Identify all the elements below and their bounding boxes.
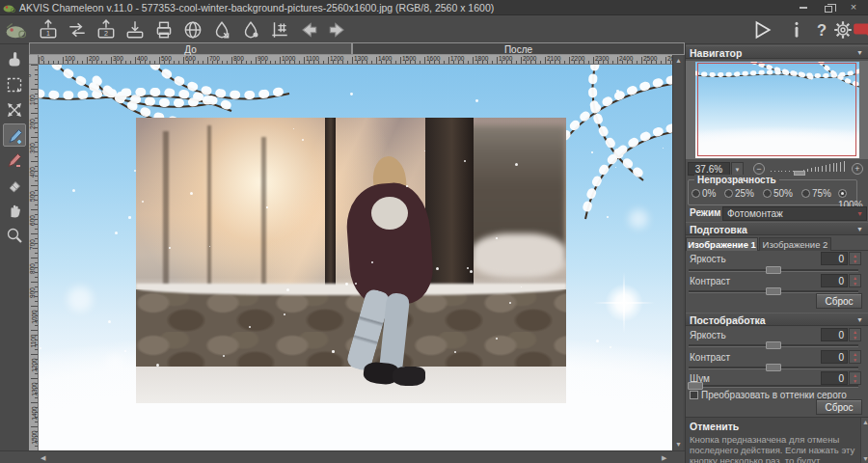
slider-thumb[interactable] bbox=[688, 382, 703, 390]
navigator-header[interactable]: Навигатор ▼ bbox=[686, 45, 868, 59]
preparation-header[interactable]: Подготовка ▼ bbox=[686, 222, 868, 235]
collapse-arrow-icon[interactable]: ▼ bbox=[856, 223, 863, 236]
slider-thumb[interactable] bbox=[766, 266, 781, 274]
navigator-view-frame[interactable] bbox=[697, 63, 856, 156]
open-image-1-button[interactable]: 1 bbox=[37, 18, 60, 41]
preparation-slider-track[interactable] bbox=[689, 269, 858, 272]
save-button[interactable] bbox=[123, 18, 147, 41]
swap-images-button[interactable] bbox=[66, 18, 89, 41]
zoom-in-button[interactable]: + bbox=[852, 163, 863, 175]
scroll-right-icon[interactable]: ▶ bbox=[662, 453, 666, 463]
spinner-buttons[interactable]: ▲▼ bbox=[849, 328, 861, 341]
mode-combobox[interactable]: Фотомонтаж ▼ bbox=[722, 206, 867, 221]
feedback-button[interactable] bbox=[851, 18, 868, 41]
minimize-button[interactable] bbox=[793, 0, 814, 14]
redo-arrow-button[interactable] bbox=[326, 18, 349, 41]
spinner-buttons[interactable]: ▲▼ bbox=[849, 350, 861, 364]
radio-icon[interactable] bbox=[838, 189, 847, 198]
ruler-tick bbox=[207, 57, 208, 64]
postprocessing-value-field[interactable]: 0 bbox=[821, 350, 848, 364]
zoom-value[interactable]: 37.6% bbox=[688, 162, 730, 176]
slider-thumb[interactable] bbox=[766, 364, 781, 371]
spin-down-icon[interactable]: ▼ bbox=[850, 335, 860, 340]
scroll-left-icon[interactable]: ◀ bbox=[41, 453, 45, 463]
grayscale-checkbox[interactable] bbox=[690, 391, 698, 399]
radio-icon[interactable] bbox=[801, 189, 810, 198]
spinner-buttons[interactable]: ▲▼ bbox=[849, 371, 861, 385]
maximize-button[interactable] bbox=[818, 0, 839, 14]
postprocessing-slider-track[interactable] bbox=[689, 367, 858, 369]
radio-icon[interactable] bbox=[692, 189, 700, 198]
about-button[interactable] bbox=[785, 18, 808, 41]
zoom-slider-thumb[interactable] bbox=[794, 171, 805, 176]
collapse-arrow-icon[interactable]: ▼ bbox=[856, 313, 863, 327]
postprocessing-reset-button[interactable]: Сброс bbox=[816, 399, 862, 415]
eraser-tool[interactable] bbox=[3, 174, 26, 197]
opacity-option-0%[interactable]: 0% bbox=[692, 188, 716, 200]
spin-down-icon[interactable]: ▼ bbox=[850, 357, 860, 363]
run-button[interactable] bbox=[750, 18, 773, 41]
scroll-down-icon[interactable]: ▼ bbox=[862, 454, 868, 463]
opacity-option-100%[interactable]: 100% bbox=[838, 188, 863, 200]
vertical-scrollbar[interactable]: ▲ ▼ bbox=[672, 55, 683, 450]
image-tab-2[interactable]: Изображение 2 bbox=[759, 237, 831, 251]
close-button[interactable]: × bbox=[843, 0, 864, 14]
process-settings-button[interactable] bbox=[239, 18, 262, 41]
postprocessing-slider-track[interactable] bbox=[689, 385, 858, 388]
open-image-2-button[interactable]: 2 bbox=[95, 18, 118, 41]
drop-area-pencil-tool[interactable] bbox=[3, 149, 26, 172]
preparation-value-field[interactable]: 0 bbox=[821, 274, 848, 287]
snowflake bbox=[128, 216, 131, 219]
save-icon bbox=[124, 19, 146, 41]
ruler-tick bbox=[31, 161, 38, 162]
slider-thumb[interactable] bbox=[766, 287, 781, 295]
scroll-down-icon[interactable]: ▼ bbox=[675, 440, 682, 449]
print-button[interactable] bbox=[152, 18, 176, 41]
radio-icon[interactable] bbox=[763, 189, 772, 198]
hand-tool[interactable] bbox=[3, 199, 26, 222]
slider-thumb[interactable] bbox=[766, 341, 781, 349]
publish-button[interactable] bbox=[181, 18, 204, 41]
postprocessing-header[interactable]: Постобработка ▼ bbox=[686, 313, 868, 326]
postprocessing-slider-track[interactable] bbox=[689, 344, 858, 347]
postprocessing-value-field[interactable]: 0 bbox=[821, 371, 848, 385]
zoom-slider[interactable] bbox=[771, 163, 848, 175]
spinner-buttons[interactable]: ▲▼ bbox=[849, 274, 861, 287]
help-button[interactable]: ? bbox=[810, 18, 833, 41]
postprocessing-value-field[interactable]: 0 bbox=[821, 328, 848, 341]
tab-after[interactable]: После bbox=[352, 42, 685, 55]
opacity-option-50%[interactable]: 50% bbox=[763, 188, 793, 200]
foreground-photo[interactable] bbox=[136, 118, 566, 403]
image-canvas[interactable] bbox=[39, 65, 672, 450]
tab-before[interactable]: До bbox=[29, 42, 352, 55]
preparation-value-field[interactable]: 0 bbox=[821, 252, 848, 265]
zoom-dropdown-icon[interactable]: ▼ bbox=[731, 162, 744, 176]
ruler-tick bbox=[35, 388, 38, 389]
transform-tool[interactable] bbox=[3, 98, 26, 122]
hint-scrollbar[interactable]: ▲ ▼ bbox=[860, 418, 868, 463]
preparation-reset-button[interactable]: Сброс bbox=[816, 293, 862, 309]
spin-down-icon[interactable]: ▼ bbox=[850, 281, 860, 286]
spinner-buttons[interactable]: ▲▼ bbox=[849, 252, 861, 265]
scroll-up-icon[interactable]: ▲ bbox=[862, 418, 868, 427]
zoom-tool[interactable] bbox=[3, 224, 26, 247]
marquee-selection-tool[interactable] bbox=[3, 73, 26, 96]
zoom-out-button[interactable]: − bbox=[753, 163, 765, 175]
ruler-tick bbox=[35, 311, 38, 312]
keep-area-pencil-tool[interactable] bbox=[3, 123, 26, 147]
navigator-thumbnail[interactable] bbox=[695, 62, 859, 158]
spin-down-icon[interactable]: ▼ bbox=[850, 259, 860, 264]
spin-down-icon[interactable]: ▼ bbox=[850, 378, 860, 384]
opacity-option-25%[interactable]: 25% bbox=[724, 188, 754, 200]
horizontal-scrollbar[interactable]: ◀ ▶ bbox=[0, 450, 685, 463]
quick-selection-tool[interactable] bbox=[3, 48, 26, 71]
vertical-ruler: 0100200300400500600700800900100011001200… bbox=[29, 65, 39, 450]
radio-icon[interactable] bbox=[724, 189, 733, 198]
process-share-button[interactable] bbox=[210, 18, 233, 41]
collapse-arrow-icon[interactable]: ▼ bbox=[856, 46, 863, 60]
grid-button[interactable] bbox=[268, 18, 291, 41]
scroll-up-icon[interactable]: ▲ bbox=[675, 56, 682, 66]
opacity-option-75%[interactable]: 75% bbox=[801, 188, 831, 200]
image-tab-1[interactable]: Изображение 1 bbox=[686, 237, 758, 251]
undo-arrow-button[interactable] bbox=[297, 18, 320, 41]
